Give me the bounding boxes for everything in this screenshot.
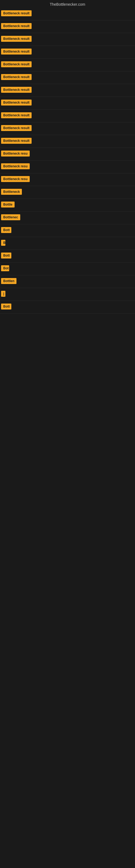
result-row: Bottlenec [0,212,135,224]
bottleneck-badge[interactable]: Bottleneck result [1,23,32,29]
bottleneck-badge[interactable]: Bottleneck result [1,87,32,93]
result-row: | [0,288,135,301]
bottleneck-badge[interactable]: Bottlen [1,278,16,284]
result-row: Bott [0,301,135,314]
bottleneck-badge[interactable]: Bottleneck result [1,138,32,144]
bottleneck-badge[interactable]: Bott [1,304,11,310]
bottleneck-badge[interactable]: Bottleneck result [1,10,32,16]
bottleneck-badge[interactable]: B [1,240,5,246]
bottleneck-badge[interactable]: Bottleneck [1,189,22,195]
site-title: TheBottlenecker.com [0,0,135,8]
bottleneck-badge[interactable]: Bottle [1,202,14,208]
result-row: Bottleneck result [0,33,135,46]
result-row: Bottleneck result [0,84,135,97]
bottleneck-badge[interactable]: | [1,291,5,297]
result-row: Bott [0,224,135,237]
bottleneck-badge[interactable]: Bott [1,252,11,258]
result-row: Bottleneck resu [0,161,135,173]
result-row: Bottleneck result [0,20,135,33]
result-row: Bottleneck result [0,8,135,20]
result-row: Bottleneck result [0,71,135,84]
result-row: Bottleneck result [0,97,135,110]
result-row: Bottleneck result [0,46,135,59]
bottleneck-badge[interactable]: Bottleneck result [1,49,32,55]
bottleneck-badge[interactable]: Bottleneck resu [1,163,30,169]
result-row: Bottle [0,199,135,212]
result-row: B [0,237,135,250]
result-row: Bottlen [0,275,135,288]
bottleneck-badge[interactable]: Bottleneck result [1,125,32,131]
result-row: Bott [0,250,135,262]
bottleneck-badge[interactable]: Bottlenec [1,214,20,220]
result-row: Bottleneck resu [0,173,135,186]
bottleneck-badge[interactable]: Bottleneck result [1,61,32,67]
bottleneck-badge[interactable]: Bottleneck result [1,36,32,42]
bottleneck-badge[interactable]: Bottleneck result [1,112,32,118]
bottleneck-badge[interactable]: Bottleneck resu [1,151,30,156]
result-row: Bottleneck result [0,110,135,122]
result-row: Bot [0,262,135,275]
result-row: Bottleneck result [0,122,135,135]
result-row: Bottleneck result [0,135,135,148]
results-container: Bottleneck resultBottleneck resultBottle… [0,8,135,314]
bottleneck-badge[interactable]: Bottleneck result [1,99,32,105]
bottleneck-badge[interactable]: Bottleneck resu [1,176,30,182]
bottleneck-badge[interactable]: Bott [1,227,11,233]
result-row: Bottleneck result [0,59,135,71]
result-row: Bottleneck [0,186,135,199]
bottleneck-badge[interactable]: Bot [1,265,9,271]
bottleneck-badge[interactable]: Bottleneck result [1,74,32,80]
result-row: Bottleneck resu [0,148,135,161]
